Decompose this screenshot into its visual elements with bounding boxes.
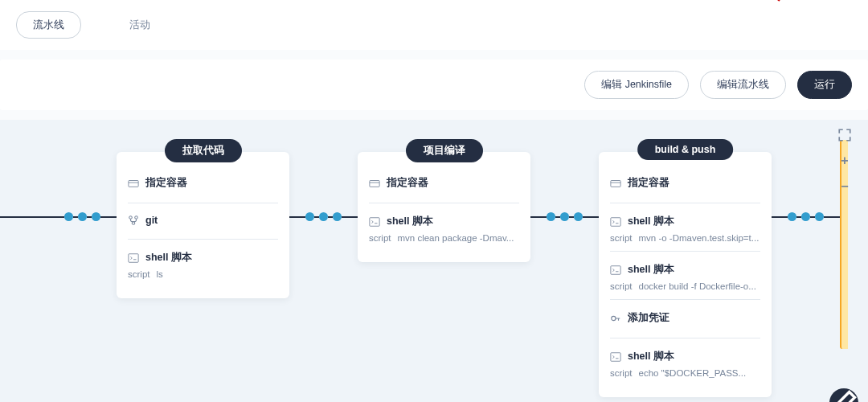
pipeline-canvas: + − 拉取代码 指定容器 git shell 脚本 scriptls 项目编译 bbox=[0, 120, 868, 402]
connector bbox=[530, 212, 599, 221]
stage-card[interactable]: 项目编译 指定容器 shell 脚本 scriptmvn clean packa… bbox=[358, 152, 530, 262]
container-icon bbox=[128, 178, 139, 189]
stage-card[interactable]: 拉取代码 指定容器 git shell 脚本 scriptls bbox=[117, 152, 289, 298]
container-icon bbox=[369, 178, 380, 189]
annotation-arrow bbox=[707, 0, 780, 2]
svg-rect-8 bbox=[370, 217, 379, 226]
step-detail: scriptdocker build -f Dockerfile-o... bbox=[610, 281, 760, 291]
tab-activity[interactable]: 活动 bbox=[113, 12, 166, 38]
step-title: 指定容器 bbox=[387, 176, 428, 190]
terminal-icon bbox=[610, 265, 621, 276]
edit-jenkinsfile-button[interactable]: 编辑 Jenkinsfile bbox=[584, 71, 689, 99]
step[interactable]: 指定容器 bbox=[610, 176, 760, 203]
svg-rect-0 bbox=[129, 180, 138, 187]
step-detail: scriptls bbox=[128, 269, 278, 279]
step-title: shell 脚本 bbox=[628, 350, 674, 363]
step-detail: scriptmvn clean package -Dmav... bbox=[369, 233, 519, 243]
svg-rect-6 bbox=[370, 180, 379, 187]
step[interactable]: shell 脚本 scriptmvn -o -Dmaven.test.skip=… bbox=[610, 215, 760, 252]
step[interactable]: git bbox=[128, 215, 278, 240]
connector bbox=[0, 212, 117, 221]
step[interactable]: 指定容器 bbox=[128, 176, 278, 203]
svg-rect-11 bbox=[611, 217, 620, 226]
svg-rect-5 bbox=[129, 253, 138, 262]
add-icon[interactable]: + bbox=[837, 154, 852, 168]
edit-pipeline-button[interactable]: 编辑流水线 bbox=[700, 71, 786, 99]
fullscreen-icon[interactable] bbox=[837, 128, 852, 142]
step-title: git bbox=[145, 215, 158, 226]
step-title: 指定容器 bbox=[628, 176, 669, 190]
step[interactable]: shell 脚本 scriptls bbox=[128, 251, 278, 287]
step-detail: scriptmvn -o -Dmaven.test.skip=t... bbox=[610, 233, 760, 243]
stage-title: 拉取代码 bbox=[165, 139, 242, 162]
step-title: shell 脚本 bbox=[628, 215, 674, 228]
step[interactable]: shell 脚本 scriptdocker build -f Dockerfil… bbox=[610, 263, 760, 300]
step[interactable]: 添加凭证 bbox=[610, 311, 760, 338]
terminal-icon bbox=[128, 252, 139, 264]
toolbar: 编辑 Jenkinsfile 编辑流水线 运行 bbox=[0, 59, 868, 110]
container-icon bbox=[610, 178, 621, 189]
svg-rect-12 bbox=[611, 265, 620, 274]
step-title: 添加凭证 bbox=[628, 311, 669, 325]
stage-title: 项目编译 bbox=[406, 139, 483, 162]
connector bbox=[772, 212, 840, 221]
tab-pipeline[interactable]: 流水线 bbox=[16, 11, 81, 39]
step[interactable]: shell 脚本 scriptecho "$DOCKER_PASS... bbox=[610, 350, 760, 386]
canvas-tools: + − bbox=[837, 128, 852, 194]
terminal-icon bbox=[610, 351, 621, 363]
step-title: 指定容器 bbox=[145, 176, 187, 190]
edit-fab[interactable] bbox=[829, 388, 858, 402]
git-icon bbox=[128, 215, 139, 226]
svg-point-3 bbox=[135, 216, 138, 219]
step-detail: scriptecho "$DOCKER_PASS... bbox=[610, 368, 760, 378]
step-title: shell 脚本 bbox=[387, 215, 433, 228]
step-title: shell 脚本 bbox=[628, 263, 674, 277]
run-button[interactable]: 运行 bbox=[797, 71, 852, 99]
key-icon bbox=[610, 313, 621, 324]
stage-card[interactable]: build & push 指定容器 shell 脚本 scriptmvn -o … bbox=[599, 152, 772, 397]
svg-rect-14 bbox=[611, 352, 620, 361]
connector bbox=[289, 212, 358, 221]
tabs-bar: 流水线 活动 bbox=[0, 0, 868, 50]
svg-rect-9 bbox=[611, 180, 620, 187]
svg-point-2 bbox=[129, 216, 133, 219]
pipeline-row: 拉取代码 指定容器 git shell 脚本 scriptls 项目编译 指定容… bbox=[0, 152, 848, 397]
terminal-icon bbox=[610, 216, 621, 228]
stage-title: build & push bbox=[637, 139, 734, 160]
step[interactable]: shell 脚本 scriptmvn clean package -Dmav..… bbox=[369, 215, 519, 251]
step-title: shell 脚本 bbox=[145, 251, 192, 265]
step[interactable]: 指定容器 bbox=[369, 176, 519, 203]
svg-point-13 bbox=[612, 316, 616, 320]
terminal-icon bbox=[369, 216, 380, 228]
remove-icon[interactable]: − bbox=[837, 179, 852, 194]
